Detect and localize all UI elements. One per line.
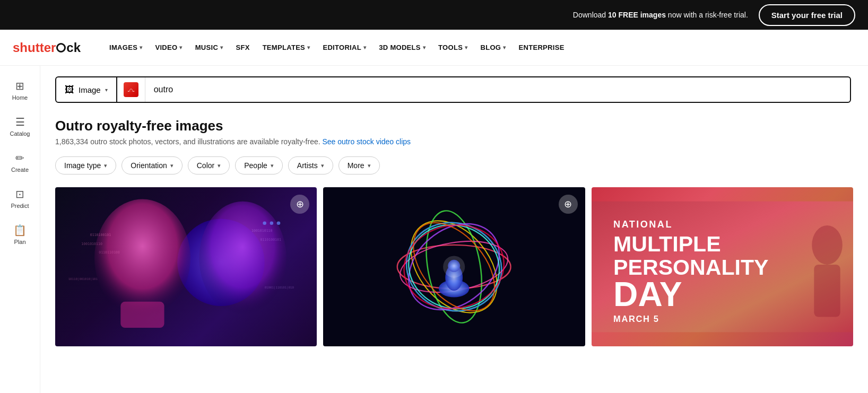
filter-more[interactable]: More ▾ (338, 156, 380, 174)
filter-label-artists: Artists (297, 161, 318, 170)
nav-item-editorial[interactable]: EDITORIAL ▾ (317, 40, 371, 55)
nav-item-images[interactable]: IMAGES ▾ (104, 40, 147, 55)
filter-people[interactable]: People ▾ (235, 156, 283, 174)
svg-point-29 (812, 225, 843, 265)
filter-bar: Image type ▾ Orientation ▾ Color ▾ Peopl… (55, 156, 853, 174)
predict-icon: ⊡ (15, 188, 24, 200)
sidebar-item-label-catalog: Catalog (10, 130, 30, 137)
chevron-down-icon: ▾ (368, 162, 371, 169)
chevron-down-icon: ▾ (105, 87, 108, 93)
svg-text:0110100101: 0110100101 (260, 238, 281, 242)
chevron-down-icon: ▾ (307, 45, 310, 50)
ai-heads-svg: 0110100101 1001010110 0110110100 1001010… (55, 187, 317, 346)
sidebar-item-create[interactable]: ✏ Create (3, 146, 37, 178)
svg-rect-30 (814, 265, 840, 317)
search-type-selector[interactable]: 🖼 Image ▾ (56, 77, 117, 102)
logo-o-icon (56, 43, 66, 53)
nav-item-templates[interactable]: TEMPLATES ▾ (257, 40, 316, 55)
chevron-down-icon: ▾ (104, 162, 107, 169)
search-bar: 🖼 Image ▾ .∩. (55, 76, 851, 103)
logo[interactable]: shutterck (13, 40, 81, 55)
filter-label-more: More (348, 161, 364, 170)
sidebar-item-home[interactable]: ⊞ Home (3, 74, 37, 106)
search-input[interactable] (145, 85, 850, 94)
zoom-icon-2[interactable]: ⊕ (559, 195, 578, 214)
svg-text:0110100101: 0110100101 (90, 233, 111, 237)
sidebar-item-catalog[interactable]: ☰ Catalog (3, 110, 37, 142)
filter-label-image-type: Image type (64, 161, 101, 170)
chevron-down-icon: ▾ (465, 45, 467, 50)
chevron-down-icon: ▾ (363, 45, 366, 50)
top-banner: Download 10 FREE images now with a risk-… (0, 0, 868, 30)
image-card-2-bg (323, 187, 585, 346)
filter-artists[interactable]: Artists ▾ (288, 156, 333, 174)
home-icon: ⊞ (15, 80, 24, 92)
nav-item-music[interactable]: MUSIC ▾ (190, 40, 229, 55)
sidebar-item-plan[interactable]: 📋 Plan (3, 219, 37, 250)
nav-item-blog[interactable]: BLOG ▾ (475, 40, 511, 55)
chevron-down-icon: ▾ (271, 162, 274, 169)
svg-text:0110110100: 0110110100 (99, 250, 120, 255)
search-ai-badge[interactable]: .∩. (117, 77, 145, 102)
nav-item-enterprise[interactable]: ENTERPRISE (514, 40, 570, 55)
chevron-down-icon: ▾ (423, 45, 426, 50)
svg-point-13 (277, 221, 281, 225)
sidebar-item-label-plan: Plan (14, 239, 25, 245)
image-card-1[interactable]: 0110100101 1001010110 0110110100 1001010… (55, 187, 317, 346)
filter-orientation[interactable]: Orientation ▾ (121, 156, 182, 174)
filter-label-people: People (244, 161, 267, 170)
svg-point-27 (443, 256, 465, 277)
filter-label-orientation: Orientation (131, 161, 167, 170)
chevron-down-icon: ▾ (140, 45, 142, 50)
sidebar-item-label-home: Home (12, 94, 28, 101)
filter-label-color: Color (197, 161, 214, 170)
main-nav: shutterck IMAGES ▾ VIDEO ▾ MUSIC ▾ SFX T… (0, 30, 868, 66)
page-subtitle: 1,863,334 outro stock photos, vectors, a… (55, 137, 853, 146)
chevron-down-icon: ▾ (218, 162, 221, 169)
svg-text:MULTIPLE: MULTIPLE (613, 232, 721, 256)
logo-stock: ck (66, 40, 81, 55)
chevron-down-icon: ▾ (220, 45, 223, 50)
banner-message: Download 10 FREE images now with a risk-… (573, 11, 748, 19)
meditation-svg (323, 187, 585, 346)
sidebar: ⊞ Home ☰ Catalog ✏ Create ⊡ Predict 📋 Pl… (0, 66, 40, 393)
personality-day-svg: NATIONAL MULTIPLE PERSONALITY DAY MARCH … (592, 187, 853, 346)
svg-text:10110|001010|101: 10110|001010|101 (68, 277, 98, 281)
plan-icon: 📋 (13, 224, 27, 237)
svg-rect-2 (120, 302, 164, 328)
svg-text:01001|110101|010: 01001|110101|010 (265, 286, 294, 290)
svg-text:DAY: DAY (613, 275, 682, 313)
chevron-down-icon: ▾ (179, 45, 182, 50)
nav-item-tools[interactable]: TOOLS ▾ (433, 40, 473, 55)
main-content: 🖼 Image ▾ .∩. Outro royalty-free images … (40, 66, 868, 393)
nav-item-sfx[interactable]: SFX (230, 40, 255, 55)
svg-point-3 (199, 202, 286, 315)
ai-icon: .∩. (124, 82, 138, 97)
image-grid: 0110100101 1001010110 0110110100 1001010… (55, 187, 853, 346)
image-icon: 🖼 (65, 84, 74, 95)
nav-items: IMAGES ▾ VIDEO ▾ MUSIC ▾ SFX TEMPLATES ▾… (104, 40, 855, 55)
filter-color[interactable]: Color ▾ (188, 156, 230, 174)
svg-point-12 (270, 221, 274, 225)
search-type-label: Image (79, 85, 101, 94)
page-title: Outro royalty-free images (55, 118, 853, 134)
chevron-down-icon: ▾ (503, 45, 506, 50)
sidebar-item-label-create: Create (11, 167, 29, 173)
trial-button[interactable]: Start your free trial (759, 4, 855, 26)
filter-image-type[interactable]: Image type ▾ (55, 156, 116, 174)
image-card-3[interactable]: NATIONAL MULTIPLE PERSONALITY DAY MARCH … (592, 187, 853, 346)
create-icon: ✏ (15, 152, 24, 164)
video-clips-link[interactable]: See outro stock video clips (323, 137, 411, 146)
svg-text:NATIONAL: NATIONAL (613, 219, 673, 230)
chevron-down-icon: ▾ (170, 162, 173, 169)
result-count: 1,863,334 outro stock photos, vectors, a… (55, 137, 320, 146)
nav-item-video[interactable]: VIDEO ▾ (150, 40, 187, 55)
catalog-icon: ☰ (15, 116, 25, 128)
svg-point-11 (263, 221, 266, 225)
sidebar-item-predict[interactable]: ⊡ Predict (3, 182, 37, 214)
image-card-2[interactable]: ⊕ (323, 187, 585, 346)
image-card-3-bg: NATIONAL MULTIPLE PERSONALITY DAY MARCH … (592, 187, 853, 346)
chevron-down-icon: ▾ (321, 162, 324, 169)
sidebar-item-label-predict: Predict (11, 203, 29, 209)
nav-item-3dmodels[interactable]: 3D MODELS ▾ (374, 40, 431, 55)
